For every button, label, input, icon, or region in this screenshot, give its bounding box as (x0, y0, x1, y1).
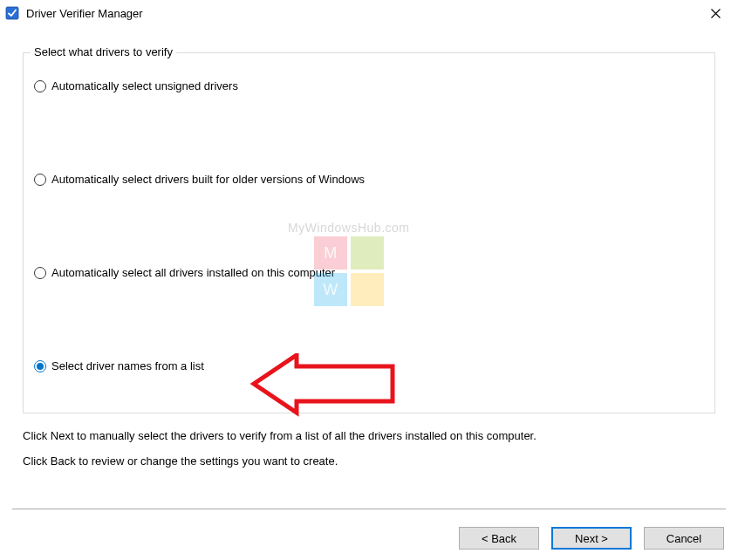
radio-label: Automatically select drivers built for o… (51, 173, 365, 186)
separator (12, 509, 726, 509)
cancel-button[interactable]: Cancel (644, 527, 724, 550)
radio-icon (34, 174, 46, 186)
back-button[interactable]: < Back (459, 527, 539, 550)
wizard-buttons: < Back Next > Cancel (459, 527, 724, 550)
radio-unsigned-drivers[interactable]: Automatically select unsigned drivers (34, 79, 704, 92)
groupbox-title: Select what drivers to verify (31, 45, 176, 58)
radio-label: Select driver names from a list (51, 359, 204, 372)
close-button[interactable] (698, 2, 733, 24)
radio-icon-selected (34, 360, 46, 372)
close-icon (711, 9, 721, 18)
window-title: Driver Verifier Manager (26, 7, 143, 20)
next-button[interactable]: Next > (551, 527, 632, 550)
help-line-1: Click Next to manually select the driver… (23, 429, 715, 442)
driver-select-group: Select what drivers to verify Automatica… (23, 52, 715, 413)
radio-all-drivers[interactable]: Automatically select all drivers install… (34, 266, 704, 279)
radio-label: Automatically select unsigned drivers (51, 79, 238, 92)
radio-icon (34, 267, 46, 279)
titlebar: Driver Verifier Manager (0, 0, 738, 26)
radio-icon (34, 80, 46, 92)
radio-older-windows-drivers[interactable]: Automatically select drivers built for o… (34, 173, 704, 186)
app-icon (5, 6, 19, 20)
help-text: Click Next to manually select the driver… (23, 429, 715, 468)
svg-rect-0 (6, 7, 18, 19)
radio-select-from-list[interactable]: Select driver names from a list (34, 359, 704, 372)
radio-label: Automatically select all drivers install… (51, 266, 335, 279)
help-line-2: Click Back to review or change the setti… (23, 454, 715, 468)
